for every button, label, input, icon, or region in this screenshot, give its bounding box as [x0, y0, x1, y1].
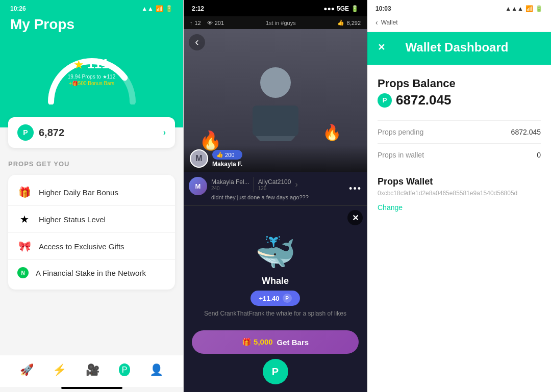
props-float-btn-area: P: [184, 359, 367, 389]
progress-text: 19.94 Props to ★112: [68, 74, 116, 80]
props-icon: P: [17, 124, 34, 141]
wallet-signal-icon: ▲▲▲: [505, 5, 523, 12]
status-level-label: Higher Status Level: [39, 215, 106, 224]
wallet-address: 0xcbc18c9dfe1d2e8a0465e85581e9a1540d5680…: [378, 189, 541, 198]
star-level-display: ★ 111: [68, 56, 116, 72]
streamer-avatar: M: [190, 149, 208, 168]
props-balance-number: 6,872: [39, 127, 64, 139]
exclusive-gifts-icon: 🎀: [17, 240, 32, 252]
wallet-change-link[interactable]: Change: [378, 203, 403, 212]
live-time: 2:12: [192, 5, 204, 12]
nav-profile[interactable]: 👤: [149, 363, 163, 377]
fire-animation-right: 🔥: [322, 123, 341, 141]
benefit-financial-stake: N A Financial Stake in the Network: [8, 260, 175, 285]
props-nav-icon: P: [119, 363, 131, 376]
props-chevron-icon[interactable]: ›: [163, 128, 166, 137]
share-icon: ↑: [190, 20, 193, 26]
chat-expand-icon[interactable]: ›: [295, 180, 297, 189]
close-button[interactable]: ✕: [347, 210, 363, 225]
time-display: 10:26: [10, 5, 26, 12]
panel-my-props: 10:26 ▲▲ 📶 🔋 My Props ★ 111 19.94 Props …: [0, 0, 184, 392]
more-options-btn[interactable]: •••: [349, 184, 362, 194]
gauge-container: ★ 111 19.94 Props to ★112 +🎁500 Bonus Ba…: [10, 41, 173, 112]
whale-plus-props: +11.40: [259, 295, 279, 302]
props-get-you-section: PROPS GET YOU 🎁 Higher Daily Bar Bonus ★…: [0, 148, 183, 298]
panel-live-stream: 2:12 ●●● 5GE 🔋 ↑ 12 👁 201 1st in #guys 👍…: [184, 0, 367, 392]
like-badge: 👍 200: [212, 150, 242, 160]
chat-user1-count: 240: [211, 186, 249, 191]
status-bar: 10:26 ▲▲ 📶 🔋: [10, 0, 173, 16]
wallet-balance-amount: 6872.045: [396, 92, 451, 108]
nav-broadcast[interactable]: 🎥: [86, 363, 99, 377]
chat-user1-info: Makayla Fel... 240: [211, 178, 249, 191]
pending-label: Props pending: [378, 128, 423, 136]
view-count: 👁 201: [207, 20, 224, 26]
activity-icon: ⚡: [53, 363, 66, 376]
more-dots-icon: •••: [349, 184, 362, 194]
status-icons: ▲▲ 📶 🔋: [141, 5, 173, 12]
live-status-icons: ●●● 5GE 🔋: [323, 5, 359, 12]
video-back-button[interactable]: ‹: [189, 34, 205, 50]
nav-activity[interactable]: ⚡: [53, 363, 66, 377]
chat-divider: [254, 177, 254, 192]
battery-icon: 🔋: [165, 5, 173, 12]
benefit-daily-bar: 🎁 Higher Daily Bar Bonus: [8, 179, 175, 206]
exclusive-gifts-label: Access to Exclusive Gifts: [39, 242, 124, 251]
streamer-name: Makayla F.: [212, 161, 242, 168]
like-icon: 👍: [216, 151, 223, 158]
nav-props[interactable]: P: [119, 365, 131, 375]
pending-value: 6872.045: [511, 128, 541, 136]
video-overlay: M 👍 200 Makayla F.: [184, 145, 367, 172]
share-count: ↑ 12: [190, 20, 201, 26]
benefit-status-level: ★ Higher Status Level: [8, 206, 175, 233]
props-p-icon: P: [283, 294, 292, 303]
in-wallet-value: 0: [537, 151, 541, 159]
rank-display: 1st in #guys: [230, 20, 331, 26]
bars-count: 🎁 5,000: [242, 337, 273, 347]
chat-user2-name: AllyCat2100: [258, 178, 291, 186]
close-overlay-container: ✕: [184, 206, 367, 225]
chat-content: Makayla Fel... 240 AllyCat2100 126 › did…: [211, 177, 345, 200]
in-wallet-label: Props in wallet: [378, 151, 424, 159]
chat-users-row: Makayla Fel... 240 AllyCat2100 126 ›: [211, 177, 345, 192]
wallet-battery-icon: 🔋: [535, 5, 543, 12]
nav-discover[interactable]: 🚀: [20, 363, 34, 377]
wallet-header: ✕ Wallet Dashboard: [367, 32, 551, 65]
wallet-header-title: Wallet Dashboard: [406, 40, 509, 55]
wallet-balance-icon: P: [378, 93, 392, 108]
wallet-close-button[interactable]: ✕: [378, 42, 385, 53]
wallet-status-bar: 10:03 ▲▲▲ 📶 🔋: [367, 0, 551, 15]
view-icon: 👁: [207, 20, 213, 26]
chat-area: M Makayla Fel... 240 AllyCat2100 126 › d…: [184, 172, 367, 206]
signal-icon: ▲▲: [141, 5, 154, 12]
wallet-time: 10:03: [375, 5, 391, 12]
wallet-body: Props Balance P 6872.045 Props pending 6…: [367, 65, 551, 392]
wallet-back-label: Wallet: [381, 19, 398, 26]
profile-icon: 👤: [149, 363, 163, 376]
discover-icon: 🚀: [20, 363, 34, 376]
my-props-header: 10:26 ▲▲ 📶 🔋 My Props ★ 111 19.94 Props …: [0, 0, 183, 127]
whale-props-badge[interactable]: +11.40 P: [251, 291, 299, 306]
wifi-icon: 📶: [156, 5, 163, 12]
props-float-button[interactable]: P: [263, 359, 288, 384]
live-stats-row: ↑ 12 👁 201 1st in #guys 👍 8,292: [184, 16, 367, 29]
broadcast-icon: 🎥: [86, 363, 99, 376]
financial-stake-icon: N: [17, 267, 29, 278]
wallet-status-icons: ▲▲▲ 📶 🔋: [505, 5, 543, 12]
props-balance-card[interactable]: P 6,872 ›: [8, 117, 175, 148]
home-indicator: [61, 387, 122, 389]
benefits-card: 🎁 Higher Daily Bar Bonus ★ Higher Status…: [8, 175, 175, 290]
signal-strength-icon: ●●●: [323, 5, 335, 12]
my-props-title: My Props: [10, 16, 173, 33]
props-get-you-title: PROPS GET YOU: [8, 160, 175, 168]
like-count-header: 👍 8,292: [337, 19, 361, 26]
whale-label: Whale: [262, 276, 289, 286]
wallet-wifi-icon: 📶: [525, 5, 533, 12]
get-bars-button[interactable]: 🎁 5,000 Get Bars: [192, 330, 359, 354]
wallet-balance-title: Props Balance: [378, 77, 541, 90]
wallet-back-row: ‹ Wallet: [367, 15, 551, 32]
wallet-back-icon[interactable]: ‹: [375, 18, 378, 27]
wallet-detail-in-wallet: Props in wallet 0: [378, 143, 541, 166]
person-silhouette: [245, 60, 306, 141]
video-area: ‹ 🔥 🔥 M 👍 200 Makayla F.: [184, 29, 367, 172]
